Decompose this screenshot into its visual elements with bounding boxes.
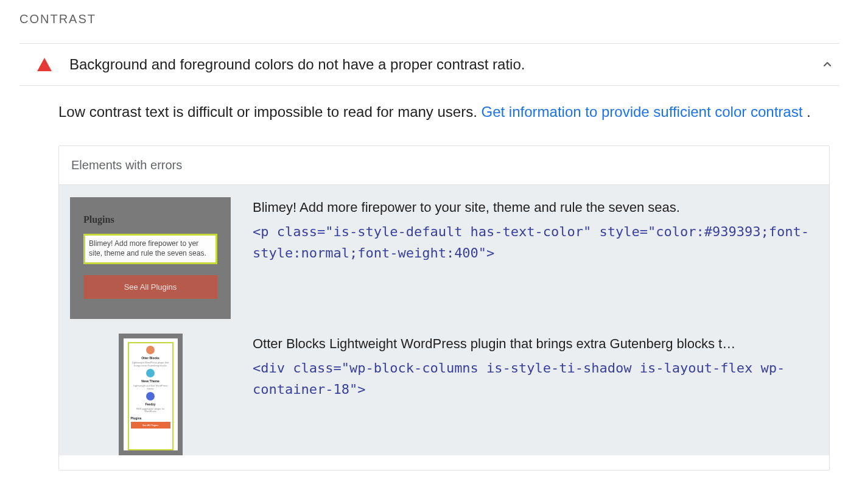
audit-title: Background and foreground colors do not … xyxy=(69,56,820,73)
error-detail: Otter Blocks Lightweight WordPress plugi… xyxy=(253,334,818,399)
svg-marker-0 xyxy=(37,58,52,71)
element-thumbnail: Plugins Blimey! Add more firepower to ye… xyxy=(70,197,231,319)
errors-panel: Elements with errors Plugins Blimey! Add… xyxy=(58,145,830,471)
snippet-text: Blimey! Add more firepower to your site,… xyxy=(253,197,812,218)
thumb-footer-button: See All Plugins xyxy=(131,422,170,429)
thumb-heading: Plugins xyxy=(83,214,217,225)
audit-content: Low contrast text is difficult or imposs… xyxy=(19,86,840,471)
thumb-block-title: Neve Theme xyxy=(141,379,159,383)
audit-header[interactable]: Background and foreground colors do not … xyxy=(19,44,840,85)
learn-more-link[interactable]: Get information to provide sufficient co… xyxy=(482,103,803,120)
thumbnail-mobile-column: Otter Blocks Lightweight WordPress plugi… xyxy=(119,334,183,455)
thumb-block-sub: RSS aggregator plugin for WordPress xyxy=(131,408,170,413)
thumb-footer-heading: Plugins xyxy=(131,416,142,420)
thumb-block-sub: Lightweight and fast WordPress theme xyxy=(131,385,170,390)
snippet-code: <p class="is-style-default has-text-colo… xyxy=(253,222,812,263)
description-prefix: Low contrast text is difficult or imposs… xyxy=(58,103,482,120)
element-thumbnail: Otter Blocks Lightweight WordPress plugi… xyxy=(70,334,231,455)
error-row: Plugins Blimey! Add more firepower to ye… xyxy=(70,197,818,319)
thumb-block-title: Feedzy xyxy=(146,402,156,406)
panel-heading: Elements with errors xyxy=(59,146,829,185)
snippet-code: <div class="wp-block-columns is-style-ti… xyxy=(253,358,812,399)
thumb-dot-icon xyxy=(146,346,155,354)
description-suffix: . xyxy=(802,103,810,120)
section-heading: CONTRAST xyxy=(19,12,840,26)
thumb-button: See All Plugins xyxy=(83,275,217,299)
thumb-dot-icon xyxy=(146,392,155,401)
panel-body: Plugins Blimey! Add more firepower to ye… xyxy=(59,185,829,455)
error-row: Otter Blocks Lightweight WordPress plugi… xyxy=(70,334,818,455)
audit-description: Low contrast text is difficult or imposs… xyxy=(58,100,830,124)
thumb-dot-icon xyxy=(146,369,155,377)
snippet-text: Otter Blocks Lightweight WordPress plugi… xyxy=(253,334,812,354)
thumb-block-title: Otter Blocks xyxy=(141,356,160,360)
thumb-highlight-box: Blimey! Add more firepower to yer site, … xyxy=(83,234,217,264)
audit-row: Background and foreground colors do not … xyxy=(19,43,840,86)
thumb-block-sub: Lightweight WordPress plugin that brings… xyxy=(131,362,170,367)
error-detail: Blimey! Add more firepower to your site,… xyxy=(253,197,818,263)
thumb-highlight-strip: Otter Blocks Lightweight WordPress plugi… xyxy=(128,342,174,450)
chevron-up-icon xyxy=(820,57,835,72)
warning-triangle-icon xyxy=(37,57,52,72)
thumbnail-plugins-card: Plugins Blimey! Add more firepower to ye… xyxy=(70,197,231,319)
